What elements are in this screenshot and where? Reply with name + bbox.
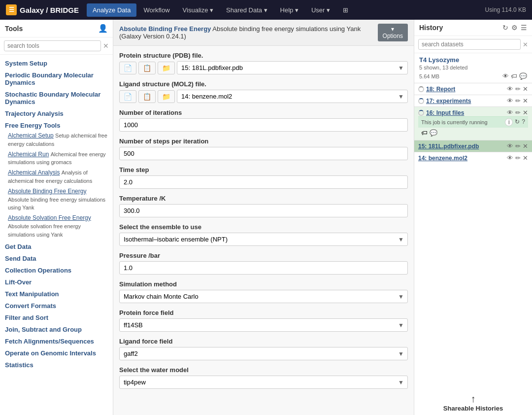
history-item-17-eye-icon[interactable]: 👁 — [507, 97, 513, 104]
simulation-group: Simulation method Markov chain Monte Car… — [119, 280, 408, 303]
history-item-18-link[interactable]: 18: Report — [426, 86, 455, 93]
absolute-binding-link[interactable]: Absolute Binding Free Energy — [8, 188, 86, 195]
search-input[interactable] — [4, 40, 101, 51]
ligand-file-selector: 📄 📋 📁 14: benzene.mol2 ▼ — [119, 90, 408, 103]
history-item-15-eye-icon[interactable]: 👁 — [507, 142, 513, 150]
protein-copy-btn[interactable]: 📋 — [138, 62, 156, 74]
history-search-clear-icon[interactable]: ✕ — [523, 41, 528, 48]
history-comment-icon[interactable]: 💬 — [519, 72, 527, 80]
history-item-16-comment-icon[interactable]: 💬 — [430, 129, 437, 137]
history-item-16-name: 16: Input files — [418, 109, 505, 116]
history-refresh-icon[interactable]: ↻ — [502, 24, 508, 32]
sidebar-item-alchemical-run[interactable]: Alchemical Run Alchemical free energy si… — [0, 149, 113, 168]
steps-input[interactable] — [119, 147, 408, 160]
history-item-17-link[interactable]: 17: experiments — [426, 98, 471, 104]
alchemical-analysis-link[interactable]: Alchemical Analysis — [8, 169, 60, 176]
sidebar-item-periodic-boundary[interactable]: Periodic Boundary Molecular Dynamics — [0, 69, 113, 88]
history-item-15-link[interactable]: 15: 181L.pdbfixer.pdb — [418, 143, 479, 150]
tab-user[interactable]: User ▾ — [305, 3, 336, 17]
sidebar-item-join-subtract[interactable]: Join, Subtract and Group — [0, 323, 113, 335]
sidebar-item-send-data[interactable]: Send Data — [0, 252, 113, 264]
sidebar-item-lift-over[interactable]: Lift-Over — [0, 276, 113, 287]
sidebar-item-collection-ops[interactable]: Collection Operations — [0, 264, 113, 276]
history-item-16-eye-icon[interactable]: 👁 — [507, 109, 513, 116]
history-item-18-edit-icon[interactable]: ✏ — [515, 85, 521, 93]
ligand-copy-btn[interactable]: 📋 — [138, 90, 156, 103]
ligand-folder-btn[interactable]: 📁 — [158, 90, 175, 103]
water-select[interactable]: tip4pew — [119, 376, 408, 389]
history-item-14-link[interactable]: 14: benzene.mol2 — [418, 155, 467, 162]
history-item-15-delete-icon[interactable]: ✕ — [523, 142, 528, 150]
sidebar-item-convert-formats[interactable]: Convert Formats — [0, 299, 113, 311]
history-item-15-edit-icon[interactable]: ✏ — [515, 142, 521, 150]
sidebar-item-get-data[interactable]: Get Data — [0, 240, 113, 252]
sidebar-item-free-energy-tools[interactable]: Free Energy Tools — [0, 119, 113, 131]
history-item-15[interactable]: Run this job again 15: 181L.pdbfixer.pdb… — [414, 140, 532, 152]
alchemical-setup-link[interactable]: Alchemical Setup — [8, 132, 54, 139]
protein-ff-select[interactable]: ff14SB — [119, 318, 408, 332]
temperature-input[interactable] — [119, 204, 408, 217]
absolute-solvation-link[interactable]: Absolute Solvation Free Energy — [8, 214, 91, 221]
tab-visualize[interactable]: Visualize ▾ — [177, 3, 219, 17]
search-clear-icon[interactable]: ✕ — [103, 42, 109, 50]
history-item-17-delete-icon[interactable]: ✕ — [523, 97, 528, 104]
history-eye-icon[interactable]: 👁 — [502, 72, 509, 80]
ligand-ff-select[interactable]: gaff2 — [119, 347, 408, 360]
history-menu-icon[interactable]: ☰ — [521, 24, 527, 32]
tab-help[interactable]: Help ▾ — [274, 3, 304, 17]
protein-folder-btn[interactable]: 📁 — [158, 62, 175, 74]
pressure-input[interactable] — [119, 261, 408, 275]
tab-analyze-data[interactable]: Analyze Data — [87, 3, 136, 17]
history-tag-icon[interactable]: 🏷 — [511, 72, 517, 80]
history-item-17-header: 17: experiments 👁 ✏ ✕ — [418, 97, 528, 104]
history-item-18[interactable]: 18: Report 👁 ✏ ✕ — [414, 83, 532, 95]
simulation-select[interactable]: Markov chain Monte Carlo — [119, 290, 408, 303]
history-item-18-delete-icon[interactable]: ✕ — [523, 85, 528, 93]
running-refresh-icon[interactable]: ↻ — [515, 118, 520, 126]
iterations-input[interactable] — [119, 118, 408, 132]
sidebar-item-absolute-binding[interactable]: Absolute Binding Free Energy Absolute bi… — [0, 186, 113, 213]
sidebar-user-icon[interactable]: 👤 — [98, 24, 108, 33]
history-item-17[interactable]: 17: experiments 👁 ✏ ✕ — [414, 95, 532, 106]
running-info-icon[interactable]: i — [505, 118, 513, 126]
sidebar-item-text-manip[interactable]: Text Manipulation — [0, 287, 113, 299]
history-item-16-tag-icon[interactable]: 🏷 — [421, 129, 428, 137]
sidebar-item-absolute-solvation[interactable]: Absolute Solvation Free Energy Absolute … — [0, 213, 113, 240]
options-button[interactable]: ▾ Options — [378, 24, 408, 41]
ensemble-select[interactable]: Isothermal–isobaric ensemble (NPT) — [119, 233, 408, 246]
history-item-17-edit-icon[interactable]: ✏ — [515, 97, 521, 104]
app-logo[interactable]: ☰ Galaxy / BRIDGE — [6, 4, 79, 15]
history-item-16[interactable]: 16: Input files 👁 ✏ ✕ This job is curren… — [414, 106, 532, 140]
grid-icon[interactable]: ⊞ — [337, 3, 354, 17]
water-group: Select the water model tip4pew ▼ — [119, 366, 408, 389]
ligand-file-select[interactable]: 14: benzene.mol2 — [177, 90, 408, 103]
history-item-18-eye-icon[interactable]: 👁 — [507, 85, 513, 93]
timestep-input[interactable] — [119, 175, 408, 189]
history-item-14-eye-icon[interactable]: 👁 — [507, 154, 513, 162]
sidebar-item-alchemical-analysis[interactable]: Alchemical Analysis Analysis of alchemic… — [0, 168, 113, 186]
running-question-icon[interactable]: ? — [522, 118, 525, 126]
sidebar-item-trajectory-analysis[interactable]: Trajectory Analysis — [0, 107, 113, 119]
sidebar-item-filter-sort[interactable]: Filter and Sort — [0, 311, 113, 323]
protein-upload-btn[interactable]: 📄 — [119, 62, 136, 74]
sidebar-item-stochastic-boundary[interactable]: Stochastic Boundary Molecular Dynamics — [0, 88, 113, 107]
sidebar-item-system-setup[interactable]: System Setup — [0, 57, 113, 69]
alchemical-run-link[interactable]: Alchemical Run — [8, 151, 49, 158]
history-item-16-link[interactable]: 16: Input files — [426, 109, 464, 116]
protein-file-select[interactable]: 15: 181L.pdbfixer.pdb — [177, 61, 408, 74]
history-item-16-edit-icon[interactable]: ✏ — [515, 109, 521, 116]
history-item-14[interactable]: 14: benzene.mol2 👁 ✏ ✕ — [414, 152, 532, 164]
history-settings-icon[interactable]: ⚙ — [511, 24, 518, 32]
history-item-16-delete-icon[interactable]: ✕ — [523, 109, 528, 116]
history-item-14-delete-icon[interactable]: ✕ — [523, 154, 528, 162]
history-item-14-edit-icon[interactable]: ✏ — [515, 154, 521, 162]
tab-workflow[interactable]: Workflow — [137, 3, 175, 17]
protein-ff-label: Protein force field — [119, 309, 408, 316]
sidebar-item-statistics[interactable]: Statistics — [0, 358, 113, 370]
sidebar-item-fetch-alignments[interactable]: Fetch Alignments/Sequences — [0, 335, 113, 346]
sidebar-item-genomic-intervals[interactable]: Operate on Genomic Intervals — [0, 346, 113, 358]
tab-shared-data[interactable]: Shared Data ▾ — [220, 3, 273, 17]
sidebar-item-alchemical-setup[interactable]: Alchemical Setup Setup alchemical free e… — [0, 131, 113, 149]
history-search-input[interactable] — [418, 39, 521, 50]
ligand-upload-btn[interactable]: 📄 — [119, 90, 136, 103]
